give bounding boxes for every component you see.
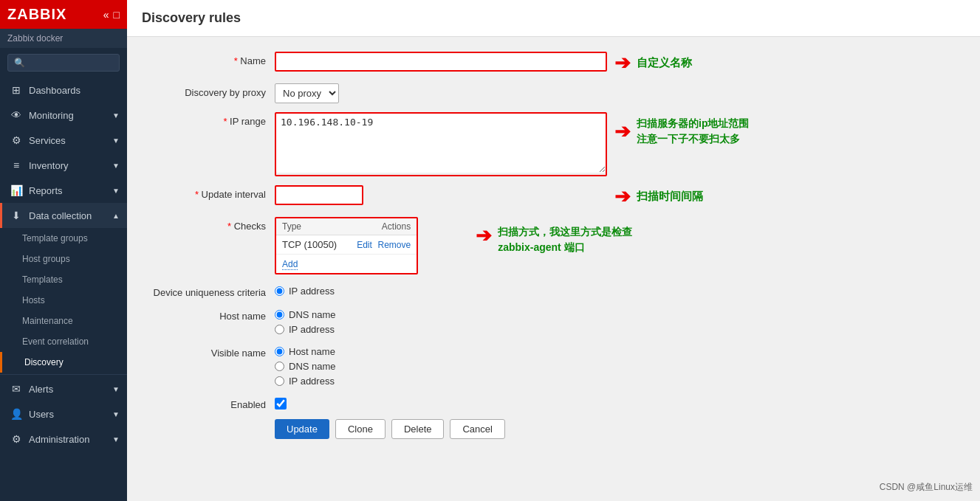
visible-name-label: Visible name xyxy=(142,344,275,359)
chevron-down-icon: ▼ xyxy=(112,385,120,393)
remove-check-link[interactable]: Remove xyxy=(378,240,411,250)
radio-ip-address-visible-label: IP address xyxy=(289,376,335,387)
proxy-select[interactable]: No proxy xyxy=(275,83,339,103)
chevron-down-icon: ▼ xyxy=(112,137,120,145)
sidebar-sub-host-groups[interactable]: Host groups xyxy=(0,249,127,269)
radio-dns-name-label: DNS name xyxy=(289,309,336,320)
sidebar-item-dashboards[interactable]: ⊞ Dashboards xyxy=(0,77,127,103)
ip-range-label: * IP range xyxy=(142,112,275,127)
name-label: * Name xyxy=(142,52,275,66)
name-row: * Name Linux服务器自动发现 ➔ 自定义名称 xyxy=(142,52,965,75)
arrow-right-interval-icon: ➔ xyxy=(614,185,631,208)
delete-button[interactable]: Delete xyxy=(391,419,445,439)
sidebar-item-label: Administration xyxy=(29,434,89,445)
chevron-down-icon: ▼ xyxy=(112,162,120,170)
sidebar-item-label: Dashboards xyxy=(29,85,80,96)
cancel-button[interactable]: Cancel xyxy=(450,419,504,439)
proxy-control: No proxy xyxy=(275,83,607,103)
visible-name-options: Host name DNS name IP address xyxy=(275,344,607,387)
sidebar-sub-template-groups[interactable]: Template groups xyxy=(0,228,127,249)
clone-button[interactable]: Clone xyxy=(335,419,386,439)
page-title: Discovery rules xyxy=(127,0,980,37)
radio-dns-name-input[interactable] xyxy=(275,310,284,319)
inventory-icon: ≡ xyxy=(10,159,23,171)
chevron-down-icon: ▼ xyxy=(112,410,120,418)
enabled-label: Enabled xyxy=(142,395,275,410)
update-interval-input[interactable]: 2s xyxy=(275,185,363,205)
sidebar: ZABBIX « □ Zabbix docker ⊞ Dashboards 👁 … xyxy=(0,0,127,501)
update-interval-row: * Update interval 2s ➔ 扫描时间间隔 xyxy=(142,185,965,208)
chevron-down-icon: ▼ xyxy=(112,187,120,195)
update-button[interactable]: Update xyxy=(275,419,329,439)
sidebar-item-label: Services xyxy=(29,135,66,146)
zabbix-logo: ZABBIX xyxy=(7,6,66,23)
sidebar-item-label: Users xyxy=(29,409,54,420)
sidebar-sub-event-correlation[interactable]: Event correlation xyxy=(0,331,127,352)
arrow-right-checks-icon: ➔ xyxy=(476,224,492,247)
sidebar-sub-templates[interactable]: Templates xyxy=(0,269,127,290)
update-interval-control: 2s xyxy=(275,185,607,205)
annotation-custom-name: 自定义名称 xyxy=(637,56,692,70)
name-input[interactable]: Linux服务器自动发现 xyxy=(275,52,607,72)
sidebar-item-users[interactable]: 👤 Users ▼ xyxy=(0,401,127,426)
sidebar-item-data-collection[interactable]: ⬇ Data collection ▲ xyxy=(0,203,127,228)
device-uniqueness-row: Device uniqueness criteria IP address xyxy=(142,283,965,298)
add-check-link[interactable]: Add xyxy=(282,259,298,270)
chevron-down-icon: ▼ xyxy=(112,435,120,443)
ip-range-textarea[interactable]: 10.196.148.10-19 xyxy=(276,114,606,173)
page-content: * Name Linux服务器自动发现 ➔ 自定义名称 Discovery by… xyxy=(127,37,980,454)
alerts-icon: ✉ xyxy=(10,383,23,395)
checks-box: Type Actions TCP (10050) Edit Remove Add xyxy=(275,217,418,274)
device-uniqueness-options: IP address xyxy=(275,283,607,297)
sidebar-item-inventory[interactable]: ≡ Inventory ▼ xyxy=(0,153,127,178)
radio-host-name-visible-input[interactable] xyxy=(275,347,284,356)
annotation-scan-method: 扫描方式，我这里方式是检查zabbix-agent 端口 xyxy=(498,224,632,255)
monitoring-icon: 👁 xyxy=(10,109,23,121)
host-name-label: Host name xyxy=(142,307,275,322)
services-icon: ⚙ xyxy=(10,134,23,146)
checks-tcp: TCP (10050) xyxy=(282,239,337,250)
sidebar-item-services[interactable]: ⚙ Services ▼ xyxy=(0,128,127,153)
sidebar-item-label: Reports xyxy=(29,185,63,196)
expand-icon[interactable]: □ xyxy=(114,9,120,21)
checks-label: * Checks xyxy=(142,217,275,232)
ip-range-control: 10.196.148.10-19 xyxy=(275,112,607,176)
sidebar-sub-maintenance[interactable]: Maintenance xyxy=(0,311,127,331)
annotation-ip-range: 扫描服务器的ip地址范围注意一下子不要扫太多 xyxy=(637,116,749,147)
action-buttons: Update Clone Delete Cancel xyxy=(275,419,965,439)
checks-actions-col: Actions xyxy=(337,221,411,232)
radio-ip-address-input[interactable] xyxy=(275,286,284,296)
radio-dns-name: DNS name xyxy=(275,309,607,320)
sidebar-sub-discovery[interactable]: Discovery xyxy=(0,352,127,373)
collapse-icon[interactable]: « xyxy=(103,9,109,21)
reports-icon: 📊 xyxy=(10,184,23,196)
checks-row-item: TCP (10050) Edit Remove xyxy=(276,235,417,255)
instance-name: Zabbix docker xyxy=(0,29,127,48)
enabled-checkbox[interactable] xyxy=(275,398,287,410)
sidebar-header-icons: « □ xyxy=(103,9,120,21)
radio-ip-address-hostname-label: IP address xyxy=(289,324,335,335)
sidebar-item-label: Monitoring xyxy=(29,110,74,121)
sidebar-item-administration[interactable]: ⚙ Administration ▼ xyxy=(0,426,127,452)
checks-type-col: Type xyxy=(282,221,337,232)
sidebar-item-alerts[interactable]: ✉ Alerts ▼ xyxy=(0,376,127,401)
sidebar-item-reports[interactable]: 📊 Reports ▼ xyxy=(0,178,127,203)
checks-add-container: Add xyxy=(276,255,417,273)
edit-check-link[interactable]: Edit xyxy=(357,240,372,250)
proxy-row: Discovery by proxy No proxy 不走 proxy ➔ xyxy=(142,83,965,103)
main-content: Discovery rules * Name Linux服务器自动发现 ➔ 自定… xyxy=(127,0,980,501)
sidebar-item-label: Alerts xyxy=(29,384,53,395)
radio-ip-address-uniqueness: IP address xyxy=(275,286,607,297)
arrow-right-icon: ➔ xyxy=(614,52,631,75)
sidebar-sub-hosts[interactable]: Hosts xyxy=(0,290,127,311)
radio-dns-name-visible-input[interactable] xyxy=(275,362,284,371)
radio-ip-address-hostname-input[interactable] xyxy=(275,325,284,334)
search-input[interactable] xyxy=(7,54,120,72)
sidebar-item-monitoring[interactable]: 👁 Monitoring ▼ xyxy=(0,103,127,128)
administration-icon: ⚙ xyxy=(10,433,23,445)
radio-dns-name-visible: DNS name xyxy=(275,361,607,372)
host-name-options: DNS name IP address xyxy=(275,307,607,335)
name-control: Linux服务器自动发现 xyxy=(275,52,607,72)
radio-ip-address-visible-input[interactable] xyxy=(275,376,284,386)
sidebar-divider xyxy=(0,374,127,375)
